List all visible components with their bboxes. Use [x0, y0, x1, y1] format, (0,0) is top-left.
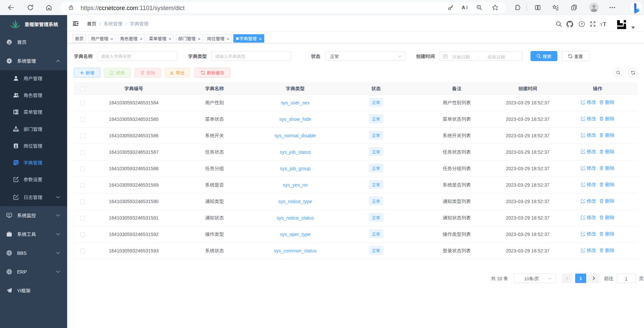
- svg-text:T: T: [600, 23, 602, 27]
- svg-text:?: ?: [581, 22, 583, 26]
- svg-text:A: A: [462, 5, 465, 10]
- svg-text:T: T: [603, 21, 606, 27]
